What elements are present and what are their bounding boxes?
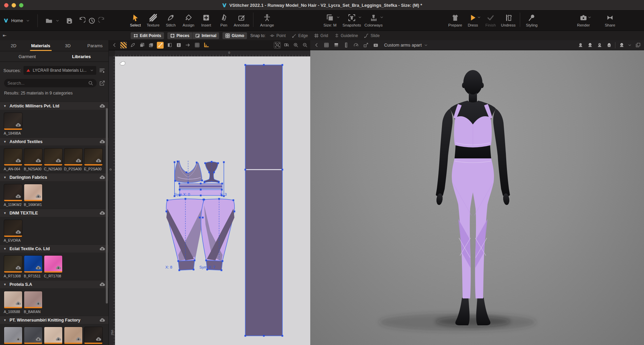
chevron-down-icon[interactable] [628, 43, 632, 47]
collapse-triangle-icon[interactable]: ▼ [3, 247, 6, 251]
insert-button[interactable]: Insert [197, 11, 215, 27]
half-square-icon[interactable] [166, 42, 173, 49]
chevron-down-icon[interactable] [336, 15, 340, 19]
select-button[interactable]: Select [127, 11, 144, 27]
search-box[interactable] [4, 79, 97, 87]
material-swatch[interactable] [24, 327, 43, 344]
sources-dropdown[interactable]: LYCRA® Brand Materials Li... [23, 66, 96, 75]
zoom-button[interactable] [19, 3, 23, 7]
open-folder-icon[interactable] [45, 17, 53, 24]
3d-viewport[interactable] [310, 50, 644, 345]
head-hair-bob-icon[interactable] [587, 42, 593, 49]
camera-icon[interactable] [372, 42, 379, 49]
gizmo-button[interactable]: Gizmo [222, 32, 247, 39]
undo-icon[interactable] [78, 17, 85, 24]
category-header[interactable]: ▼PT. Winnersumbiri Knitting Factory [0, 316, 109, 324]
arrange-button[interactable]: Arrange [256, 11, 278, 27]
snap-point-toggle[interactable]: Point [270, 33, 285, 38]
zoom-fit-icon[interactable] [274, 42, 281, 49]
category-header[interactable]: ▼Ashford Textiles [0, 137, 109, 145]
material-swatch[interactable] [4, 220, 22, 237]
snap-guideline-toggle[interactable]: Guideline [334, 33, 358, 38]
chevron-down-icon[interactable] [477, 15, 481, 19]
material-swatch[interactable] [4, 184, 22, 202]
zoom-in-icon[interactable] [292, 42, 299, 49]
cloud-download-icon[interactable] [99, 174, 105, 180]
cloud-download-icon[interactable] [99, 139, 105, 144]
material-thumbnail[interactable]: A_1849BA [4, 113, 22, 135]
chevron-left-icon[interactable] [313, 42, 320, 49]
head-bald-icon[interactable] [577, 42, 584, 49]
cloud-download-icon[interactable] [96, 158, 101, 163]
material-thumbnail[interactable] [84, 327, 103, 345]
category-header[interactable]: ▼Artistic Milliners Pvt. Ltd [0, 102, 109, 110]
cloud-download-icon[interactable] [96, 336, 101, 342]
material-thumbnail[interactable]: A_100588 [4, 291, 22, 314]
cloud-download-icon[interactable] [55, 265, 61, 271]
tab-3d[interactable]: 3D [54, 40, 82, 51]
minimize-button[interactable] [12, 3, 16, 7]
chevron-left-icon[interactable] [111, 42, 118, 49]
pieces-button[interactable]: Pieces [167, 32, 192, 39]
material-thumbnail[interactable]: B_166KW1 [24, 184, 43, 207]
save-icon[interactable] [66, 17, 73, 24]
grid-icon[interactable] [323, 42, 330, 49]
scale-icon[interactable] [362, 42, 369, 49]
history-icon[interactable] [88, 17, 96, 24]
chevron-down-icon[interactable] [358, 15, 362, 19]
material-thumbnail[interactable]: A_RT1308 [4, 255, 22, 278]
pattern-piece-racerback[interactable] [204, 162, 219, 183]
collapse-triangle-icon[interactable]: ▼ [3, 318, 6, 322]
collapse-triangle-icon[interactable]: ▼ [3, 140, 6, 143]
cloud-download-icon[interactable] [15, 300, 21, 306]
category-header[interactable]: ▼Protela S.A [0, 280, 109, 288]
material-thumbnail[interactable]: A_EVORA [4, 220, 22, 242]
arrow-right-icon[interactable] [184, 42, 191, 49]
material-swatch[interactable] [4, 113, 22, 130]
cloud-download-icon[interactable] [99, 210, 105, 216]
cloud-download-icon[interactable] [15, 158, 21, 163]
chevron-down-icon[interactable] [380, 15, 384, 19]
material-thumbnail[interactable]: B_RT1511 [24, 255, 43, 278]
stitch-button[interactable]: Stitch [162, 11, 180, 27]
avatar-leggings[interactable] [452, 158, 494, 298]
colorways-button[interactable]: Colorways [363, 11, 384, 27]
cloud-download-icon[interactable] [35, 265, 41, 271]
material-swatch[interactable] [24, 255, 43, 273]
snap-edge-toggle[interactable]: Edge [292, 33, 308, 38]
cloud-download-icon[interactable] [35, 336, 41, 342]
collapse-triangle-icon[interactable]: ▼ [3, 176, 6, 179]
snapshots-button[interactable]: Snapshots [341, 11, 363, 27]
material-swatch[interactable] [24, 184, 43, 202]
assign-button[interactable]: Assign [180, 11, 197, 27]
stitch-sm-icon[interactable] [129, 42, 136, 49]
segment-icon[interactable] [157, 42, 164, 49]
cloud-download-icon[interactable] [35, 158, 41, 163]
cloud-download-icon[interactable] [99, 246, 105, 252]
collapse-panel-icon[interactable]: ⇤ [3, 33, 6, 38]
layers-front-icon[interactable] [148, 42, 154, 49]
avatar[interactable] [310, 50, 644, 345]
cloud-download-icon[interactable] [55, 158, 61, 163]
snap-grid-toggle[interactable]: Grid [314, 33, 328, 38]
edit-points-button[interactable]: Edit Points [131, 32, 164, 39]
dress-button[interactable]: Dress [464, 11, 482, 27]
texture-button[interactable]: Texture [144, 11, 162, 27]
home-menu[interactable]: Home [11, 18, 23, 23]
pattern-piece-strip[interactable] [245, 65, 282, 336]
external-link-icon[interactable] [99, 80, 105, 86]
avatar-body[interactable] [436, 70, 510, 325]
redo-icon[interactable] [98, 17, 106, 24]
share-button[interactable]: Share [601, 11, 619, 27]
zoom-rect-icon[interactable] [283, 42, 290, 49]
tab-materials[interactable]: Materials [27, 40, 54, 51]
cloud-download-icon[interactable] [35, 193, 41, 199]
search-input[interactable] [7, 81, 88, 86]
material-swatch[interactable] [44, 327, 63, 344]
search-icon[interactable] [88, 81, 93, 86]
material-thumbnail[interactable]: B_N2SA00 [24, 148, 43, 171]
cloud-download-icon[interactable] [15, 265, 21, 271]
material-thumbnail[interactable]: A_119KW2 [4, 184, 22, 207]
internal-button[interactable]: Internal [192, 32, 219, 39]
material-thumbnail[interactable]: D_P2SA00 [64, 148, 83, 171]
